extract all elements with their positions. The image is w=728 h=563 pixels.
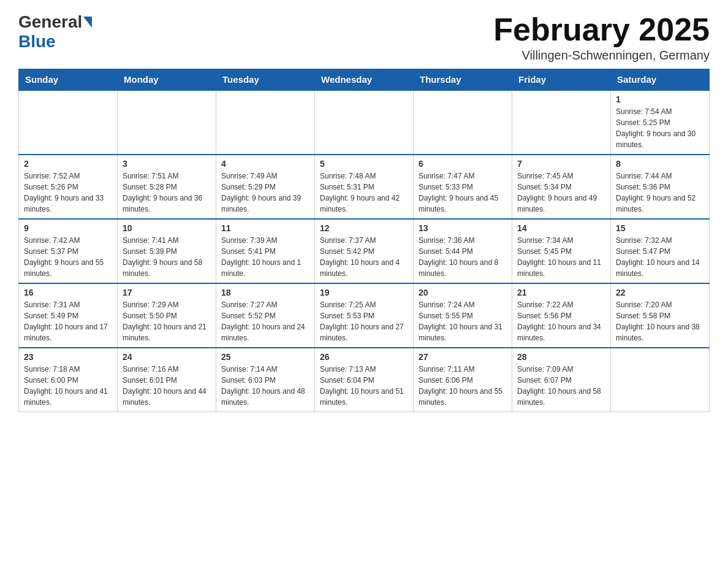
day-info: Sunrise: 7:11 AM Sunset: 6:06 PM Dayligh…: [419, 364, 507, 408]
calendar-cell: 14Sunrise: 7:34 AM Sunset: 5:45 PM Dayli…: [512, 219, 611, 283]
day-number: 13: [419, 223, 507, 233]
day-info: Sunrise: 7:48 AM Sunset: 5:31 PM Dayligh…: [320, 170, 408, 215]
day-info: Sunrise: 7:49 AM Sunset: 5:29 PM Dayligh…: [221, 170, 309, 215]
day-info: Sunrise: 7:16 AM Sunset: 6:01 PM Dayligh…: [123, 364, 211, 408]
day-info: Sunrise: 7:31 AM Sunset: 5:49 PM Dayligh…: [24, 299, 112, 343]
day-number: 25: [221, 352, 309, 362]
day-info: Sunrise: 7:45 AM Sunset: 5:34 PM Dayligh…: [517, 170, 605, 215]
calendar-cell: 13Sunrise: 7:36 AM Sunset: 5:44 PM Dayli…: [414, 219, 512, 283]
day-info: Sunrise: 7:52 AM Sunset: 5:26 PM Dayligh…: [24, 170, 112, 215]
header-friday: Friday: [512, 69, 611, 91]
day-number: 16: [24, 288, 112, 297]
day-number: 4: [221, 159, 309, 169]
calendar-cell: [315, 90, 414, 155]
calendar-table: Sunday Monday Tuesday Wednesday Thursday…: [18, 69, 710, 412]
week-row-2: 2Sunrise: 7:52 AM Sunset: 5:26 PM Daylig…: [19, 155, 710, 219]
logo: General Blue: [18, 12, 93, 52]
calendar-cell: 24Sunrise: 7:16 AM Sunset: 6:01 PM Dayli…: [118, 348, 216, 412]
day-info: Sunrise: 7:54 AM Sunset: 5:25 PM Dayligh…: [616, 106, 704, 150]
day-number: 6: [419, 159, 507, 169]
day-number: 10: [123, 223, 211, 233]
day-number: 7: [517, 159, 605, 169]
logo-arrow-icon: [83, 17, 92, 28]
day-number: 24: [123, 352, 211, 362]
location-subtitle: Villingen-Schwenningen, Germany: [493, 48, 710, 63]
calendar-cell: 27Sunrise: 7:11 AM Sunset: 6:06 PM Dayli…: [414, 348, 512, 412]
day-info: Sunrise: 7:41 AM Sunset: 5:39 PM Dayligh…: [123, 235, 211, 279]
header-tuesday: Tuesday: [216, 69, 315, 91]
calendar-cell: 9Sunrise: 7:42 AM Sunset: 5:37 PM Daylig…: [19, 219, 118, 283]
day-number: 27: [419, 352, 507, 362]
day-info: Sunrise: 7:37 AM Sunset: 5:42 PM Dayligh…: [320, 235, 408, 279]
day-info: Sunrise: 7:27 AM Sunset: 5:52 PM Dayligh…: [221, 299, 309, 343]
day-number: 12: [320, 223, 408, 233]
day-info: Sunrise: 7:13 AM Sunset: 6:04 PM Dayligh…: [320, 364, 408, 408]
calendar-cell: [512, 90, 611, 155]
day-number: 23: [24, 352, 112, 362]
header-monday: Monday: [118, 69, 216, 91]
day-info: Sunrise: 7:24 AM Sunset: 5:55 PM Dayligh…: [419, 299, 507, 343]
day-info: Sunrise: 7:32 AM Sunset: 5:47 PM Dayligh…: [616, 235, 704, 279]
calendar-cell: 15Sunrise: 7:32 AM Sunset: 5:47 PM Dayli…: [611, 219, 710, 283]
day-number: 5: [320, 159, 408, 169]
logo-general-text: General: [18, 12, 82, 32]
day-number: 21: [517, 288, 605, 297]
header-sunday: Sunday: [19, 69, 118, 91]
calendar-cell: 6Sunrise: 7:47 AM Sunset: 5:33 PM Daylig…: [414, 155, 512, 219]
week-row-4: 16Sunrise: 7:31 AM Sunset: 5:49 PM Dayli…: [19, 283, 710, 348]
calendar-cell: 5Sunrise: 7:48 AM Sunset: 5:31 PM Daylig…: [315, 155, 414, 219]
calendar-cell: 8Sunrise: 7:44 AM Sunset: 5:36 PM Daylig…: [611, 155, 710, 219]
calendar-cell: 16Sunrise: 7:31 AM Sunset: 5:49 PM Dayli…: [19, 283, 118, 348]
week-row-5: 23Sunrise: 7:18 AM Sunset: 6:00 PM Dayli…: [19, 348, 710, 412]
day-number: 26: [320, 352, 408, 362]
calendar-cell: 2Sunrise: 7:52 AM Sunset: 5:26 PM Daylig…: [19, 155, 118, 219]
day-info: Sunrise: 7:44 AM Sunset: 5:36 PM Dayligh…: [616, 170, 704, 215]
day-info: Sunrise: 7:39 AM Sunset: 5:41 PM Dayligh…: [221, 235, 309, 279]
calendar-cell: [611, 348, 710, 412]
day-number: 8: [616, 159, 704, 169]
page-header: General Blue February 2025 Villingen-Sch…: [18, 12, 710, 63]
calendar-cell: 21Sunrise: 7:22 AM Sunset: 5:56 PM Dayli…: [512, 283, 611, 348]
calendar-cell: 25Sunrise: 7:14 AM Sunset: 6:03 PM Dayli…: [216, 348, 315, 412]
header-wednesday: Wednesday: [315, 69, 414, 91]
calendar-header-row: Sunday Monday Tuesday Wednesday Thursday…: [19, 69, 710, 91]
day-info: Sunrise: 7:18 AM Sunset: 6:00 PM Dayligh…: [24, 364, 112, 408]
calendar-cell: 1Sunrise: 7:54 AM Sunset: 5:25 PM Daylig…: [611, 90, 710, 155]
day-number: 1: [616, 94, 704, 104]
calendar-cell: 3Sunrise: 7:51 AM Sunset: 5:28 PM Daylig…: [118, 155, 216, 219]
calendar-cell: [216, 90, 315, 155]
day-number: 18: [221, 288, 309, 297]
day-number: 15: [616, 223, 704, 233]
calendar-cell: 18Sunrise: 7:27 AM Sunset: 5:52 PM Dayli…: [216, 283, 315, 348]
logo-blue-text: Blue: [18, 32, 56, 51]
day-info: Sunrise: 7:47 AM Sunset: 5:33 PM Dayligh…: [419, 170, 507, 215]
calendar-cell: 20Sunrise: 7:24 AM Sunset: 5:55 PM Dayli…: [414, 283, 512, 348]
day-info: Sunrise: 7:25 AM Sunset: 5:53 PM Dayligh…: [320, 299, 408, 343]
week-row-3: 9Sunrise: 7:42 AM Sunset: 5:37 PM Daylig…: [19, 219, 710, 283]
day-info: Sunrise: 7:09 AM Sunset: 6:07 PM Dayligh…: [517, 364, 605, 408]
calendar-cell: 17Sunrise: 7:29 AM Sunset: 5:50 PM Dayli…: [118, 283, 216, 348]
day-number: 19: [320, 288, 408, 297]
day-info: Sunrise: 7:51 AM Sunset: 5:28 PM Dayligh…: [123, 170, 211, 215]
week-row-1: 1Sunrise: 7:54 AM Sunset: 5:25 PM Daylig…: [19, 90, 710, 155]
day-info: Sunrise: 7:20 AM Sunset: 5:58 PM Dayligh…: [616, 299, 704, 343]
day-number: 2: [24, 159, 112, 169]
day-number: 9: [24, 223, 112, 233]
day-info: Sunrise: 7:42 AM Sunset: 5:37 PM Dayligh…: [24, 235, 112, 279]
calendar-cell: 7Sunrise: 7:45 AM Sunset: 5:34 PM Daylig…: [512, 155, 611, 219]
header-thursday: Thursday: [414, 69, 512, 91]
calendar-cell: 12Sunrise: 7:37 AM Sunset: 5:42 PM Dayli…: [315, 219, 414, 283]
day-number: 3: [123, 159, 211, 169]
calendar-cell: 11Sunrise: 7:39 AM Sunset: 5:41 PM Dayli…: [216, 219, 315, 283]
calendar-cell: 22Sunrise: 7:20 AM Sunset: 5:58 PM Dayli…: [611, 283, 710, 348]
day-info: Sunrise: 7:29 AM Sunset: 5:50 PM Dayligh…: [123, 299, 211, 343]
day-info: Sunrise: 7:22 AM Sunset: 5:56 PM Dayligh…: [517, 299, 605, 343]
calendar-cell: [414, 90, 512, 155]
calendar-cell: [19, 90, 118, 155]
calendar-cell: 23Sunrise: 7:18 AM Sunset: 6:00 PM Dayli…: [19, 348, 118, 412]
day-number: 17: [123, 288, 211, 297]
header-saturday: Saturday: [611, 69, 710, 91]
calendar-cell: 10Sunrise: 7:41 AM Sunset: 5:39 PM Dayli…: [118, 219, 216, 283]
calendar-cell: 28Sunrise: 7:09 AM Sunset: 6:07 PM Dayli…: [512, 348, 611, 412]
title-block: February 2025 Villingen-Schwenningen, Ge…: [493, 12, 710, 63]
